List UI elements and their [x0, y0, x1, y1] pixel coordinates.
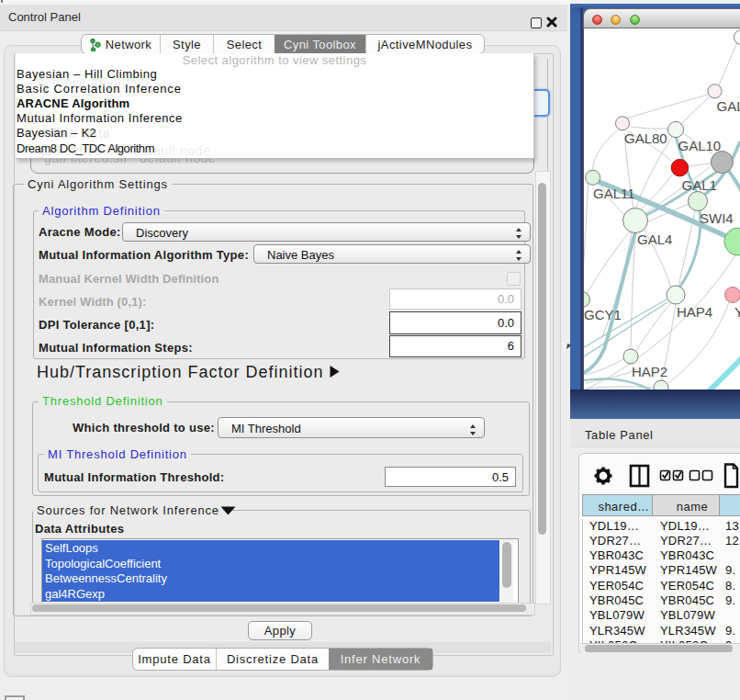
svg-text:GAL11: GAL11 — [593, 186, 635, 201]
svg-text:GCY1: GCY1 — [584, 307, 622, 322]
svg-text:HAP2: HAP2 — [632, 364, 667, 379]
svg-text:HAP4: HAP4 — [677, 304, 712, 320]
svg-text:SWI4: SWI4 — [700, 210, 734, 226]
svg-text:GAL1: GAL1 — [682, 177, 717, 193]
svg-text:Y: Y — [734, 304, 740, 320]
svg-text:GAL2: GAL2 — [717, 98, 740, 114]
svg-text:GAL10: GAL10 — [678, 138, 722, 153]
svg-text:GAL80: GAL80 — [624, 130, 667, 146]
svg-text:GAL4: GAL4 — [637, 231, 672, 247]
